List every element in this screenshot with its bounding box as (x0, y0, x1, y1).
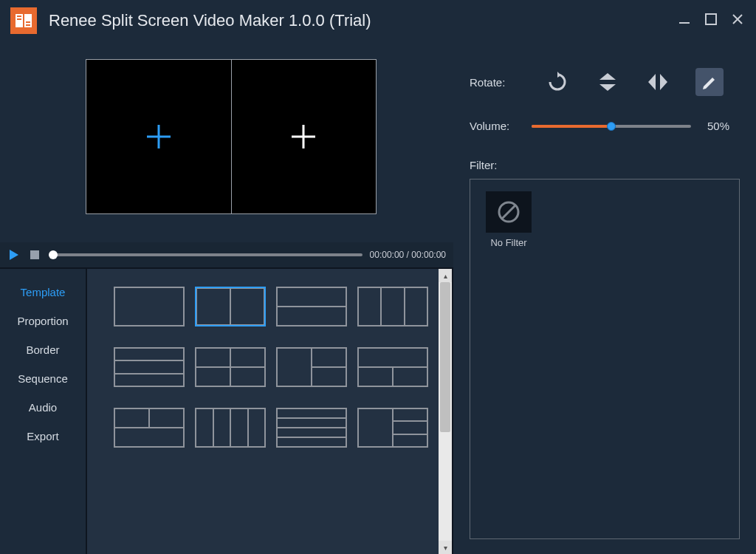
scroll-track[interactable] (439, 282, 452, 541)
tab-audio[interactable]: Audio (0, 393, 86, 422)
template-thumbnail[interactable] (357, 347, 428, 387)
svg-rect-6 (679, 22, 690, 24)
tab-label: Audio (29, 401, 57, 414)
filter-label: Filter: (470, 159, 740, 171)
stop-button[interactable] (28, 248, 41, 261)
tab-label: Sequence (18, 372, 68, 385)
template-thumbnail[interactable] (114, 287, 185, 326)
add-media-icon (287, 120, 320, 153)
scroll-thumb[interactable] (440, 282, 450, 432)
tab-sequence[interactable]: Sequence (0, 364, 86, 393)
volume-slider[interactable] (532, 125, 691, 128)
volume-fill (532, 125, 611, 128)
app-title: Renee Split Screen Video Maker 1.0.0 (Tr… (49, 11, 371, 30)
volume-knob[interactable] (607, 122, 616, 131)
rotate-cw-button[interactable] (545, 69, 570, 95)
template-panel: ▴ ▾ (87, 269, 452, 554)
filter-item-none[interactable]: No Filter (482, 191, 535, 248)
filter-caption: No Filter (490, 237, 526, 248)
scroll-down-icon[interactable]: ▾ (439, 541, 452, 554)
preview-area (0, 41, 453, 242)
flip-vertical-button[interactable] (595, 69, 620, 95)
no-filter-icon (486, 191, 532, 233)
maximize-button[interactable] (703, 13, 719, 29)
flip-horizontal-button[interactable] (645, 69, 670, 95)
titlebar: Renee Split Screen Video Maker 1.0.0 (Tr… (0, 0, 756, 41)
crop-edit-button[interactable] (695, 68, 724, 96)
volume-value: 50% (707, 120, 729, 132)
tab-template[interactable]: Template (0, 278, 86, 307)
svg-rect-4 (26, 21, 30, 23)
timeline-slider[interactable] (49, 253, 362, 256)
side-tabs: Template Proportion Border Sequence Audi… (0, 269, 87, 554)
tab-label: Export (27, 430, 58, 442)
template-thumbnail[interactable] (114, 408, 185, 448)
minimize-button[interactable] (676, 13, 693, 29)
tab-proportion[interactable]: Proportion (0, 307, 86, 335)
svg-rect-8 (30, 250, 39, 259)
filter-panel: No Filter (470, 179, 740, 539)
template-thumbnail[interactable] (276, 408, 347, 448)
rotate-row: Rotate: (470, 68, 740, 96)
svg-rect-7 (706, 14, 716, 24)
timeline-knob[interactable] (49, 250, 58, 259)
svg-rect-2 (17, 16, 21, 17)
template-thumbnail[interactable] (114, 347, 185, 387)
volume-label: Volume: (470, 120, 520, 132)
preview-slot-2[interactable] (231, 60, 377, 213)
svg-rect-5 (26, 24, 30, 26)
play-button[interactable] (7, 248, 21, 261)
volume-row: Volume: 50% (470, 120, 740, 132)
template-thumbnail[interactable] (357, 287, 428, 326)
tab-label: Proportion (17, 315, 68, 327)
template-thumbnail[interactable] (357, 408, 428, 448)
playback-bar: 00:00:00 / 00:00:00 (0, 242, 453, 267)
close-button[interactable] (729, 13, 746, 29)
tab-border[interactable]: Border (0, 335, 86, 364)
app-logo (10, 7, 37, 34)
preview-slot-1[interactable] (86, 60, 231, 213)
template-thumbnail[interactable] (195, 287, 266, 326)
add-media-icon (142, 120, 175, 153)
template-thumbnail[interactable] (195, 408, 266, 448)
tab-label: Template (21, 286, 66, 298)
template-thumbnail[interactable] (195, 347, 266, 387)
template-thumbnail[interactable] (276, 287, 347, 326)
svg-rect-3 (17, 18, 21, 20)
time-readout: 00:00:00 / 00:00:00 (370, 250, 446, 260)
rotate-label: Rotate: (470, 76, 520, 89)
template-thumbnail[interactable] (276, 347, 347, 387)
tab-export[interactable]: Export (0, 422, 86, 451)
preview-canvas (86, 59, 377, 214)
scroll-up-icon[interactable]: ▴ (439, 269, 452, 282)
tab-label: Border (26, 343, 59, 356)
template-scrollbar[interactable]: ▴ ▾ (439, 269, 452, 554)
